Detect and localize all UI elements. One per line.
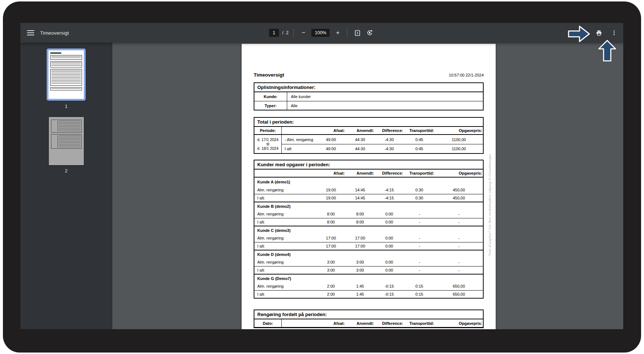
page-number-input[interactable]: 1 [269, 29, 279, 37]
row-value: - [404, 267, 435, 274]
row-value: 650,00 [435, 282, 483, 290]
row-value: 0:45 [404, 144, 435, 153]
column-header: Opgavepris: [435, 170, 483, 177]
row-value: -0:15 [375, 291, 404, 298]
table-row: Kunde:Alle kunder [254, 92, 483, 101]
column-header: Periode: [254, 127, 282, 134]
row-value: - [404, 242, 435, 250]
rotate-button[interactable] [365, 28, 375, 38]
row-value: - [435, 234, 483, 242]
row-label: Alm. rengøring [254, 210, 316, 218]
distribution-table-title: Rengøring fordelt på perioden: [254, 310, 483, 319]
pdf-viewer: Timeoversigt 1 / 2 − 100% + [20, 23, 623, 329]
thumbnail-decoration [50, 52, 61, 54]
customers-table-title: Kunder med opgaver i perioden: [254, 160, 483, 170]
row-value: 8:00 [316, 210, 346, 218]
total-table-rows: - Alm. rengøring49:0044:30-4:300:451100,… [282, 135, 483, 153]
row-value: 17:00 [346, 234, 375, 242]
row-value: -4:30 [375, 144, 404, 153]
row-value: 8:00 [346, 218, 375, 226]
print-button[interactable] [594, 28, 604, 38]
document-canvas: Timeoversigt 10:57:00 22/1-2024 Oplistni… [112, 43, 623, 329]
viewer-content: 1 2 Timeoversigt 10:57:00 22/1-2024 [20, 43, 623, 329]
row-label: - Alm. rengøring [282, 135, 316, 144]
customers-table-body: Kunde A (demo1)Alm. rengøring19:0014:45-… [254, 178, 483, 298]
row-value: 17:00 [346, 242, 375, 250]
info-table-title: Oplistningsinformationer: [254, 83, 483, 92]
row-value: 650,00 [435, 291, 483, 298]
row-label: I alt: [254, 291, 316, 298]
rotate-icon [367, 30, 373, 36]
row-value: Alle [287, 101, 483, 110]
row-label: Alm. rengøring [254, 282, 316, 290]
row-value: - [435, 218, 483, 226]
table-row: I alt:17:0017:000:00-- [254, 242, 483, 250]
row-value: 0:15 [404, 282, 435, 290]
total-table: Total i perioden: Periode:Afsat:Anvendt:… [254, 117, 484, 154]
fit-page-button[interactable] [353, 28, 362, 38]
row-value: 0:30 [404, 186, 435, 194]
row-value: 19:00 [316, 186, 346, 194]
row-label: Kunde: [254, 92, 287, 101]
zoom-in-button[interactable]: + [333, 29, 342, 37]
more-options-button[interactable] [609, 28, 619, 38]
thumbnail-page-2[interactable] [49, 117, 84, 165]
thumbnail-page-1[interactable] [47, 48, 86, 101]
annotation-arrow-up [598, 39, 617, 62]
column-header: Anvendt: [346, 319, 375, 327]
row-value: -4:15 [375, 194, 404, 202]
row-value: - [435, 258, 483, 266]
total-table-header-row: Periode:Afsat:Anvendt:Difference:Transpo… [254, 127, 483, 135]
toolbar-divider [347, 28, 348, 37]
column-header: Anvendt: [346, 170, 375, 177]
row-value: - [435, 210, 483, 218]
row-label: Alm. rengøring [254, 258, 316, 266]
row-label: I alt: [254, 242, 316, 250]
row-value: 8:00 [316, 218, 346, 226]
zoom-level[interactable]: 100% [312, 29, 330, 37]
table-row: Alm. rengøring17:0017:000:00-- [254, 234, 483, 242]
column-header [254, 170, 316, 177]
row-value: 44:30 [346, 135, 375, 144]
column-header [282, 127, 316, 134]
row-value: -4:30 [375, 135, 404, 144]
customer-name: Kunde B (demo2) [254, 202, 483, 210]
menu-icon[interactable] [27, 30, 34, 35]
row-value: 3:00 [316, 258, 346, 266]
row-label: I alt: [254, 194, 316, 202]
row-label: I alt: [254, 218, 316, 226]
row-value: 0:15 [404, 291, 435, 298]
row-value: 0:30 [404, 194, 435, 202]
row-label: I alt: [282, 144, 316, 153]
row-value: 14:45 [346, 194, 375, 202]
distribution-table: Rengøring fordelt på perioden: Dato:Afsa… [254, 310, 484, 328]
row-value: 450,00 [435, 194, 483, 202]
fit-page-icon [354, 30, 360, 36]
row-value: 0:00 [375, 234, 404, 242]
row-value: 49:00 [316, 144, 346, 153]
document-title: Timeoversigt [40, 30, 69, 36]
row-value: 49:00 [316, 135, 346, 144]
thumbnail-label-2: 2 [65, 168, 67, 174]
row-label: Typer: [254, 101, 287, 110]
annotation-arrow-right [567, 25, 591, 43]
info-table-rows: Kunde:Alle kunderTyper:Alle [254, 92, 483, 110]
row-value: 0:00 [375, 267, 404, 274]
row-value: 17:00 [316, 234, 346, 242]
column-header: Difference: [375, 170, 404, 177]
thumbnail-decoration [51, 120, 82, 133]
row-value: 3:00 [346, 258, 375, 266]
table-row: I alt:8:008:000:00-- [254, 218, 483, 226]
zoom-out-button[interactable]: − [299, 29, 308, 37]
thumbnail-decoration [51, 134, 82, 149]
report: Timeoversigt 10:57:00 22/1-2024 Oplistni… [242, 44, 496, 328]
column-header [282, 319, 316, 327]
table-row: I alt:2:001:45-0:150:15650,00 [254, 290, 483, 298]
customer-name: Kunde A (demo1) [254, 178, 483, 186]
row-label: Alm. rengøring [254, 234, 316, 242]
row-value: -4:15 [375, 186, 404, 194]
row-value: Alle kunder [287, 92, 483, 101]
thumbnail-decoration [50, 87, 82, 90]
page-separator: / [282, 30, 283, 35]
column-header: Anvendt: [346, 127, 375, 134]
